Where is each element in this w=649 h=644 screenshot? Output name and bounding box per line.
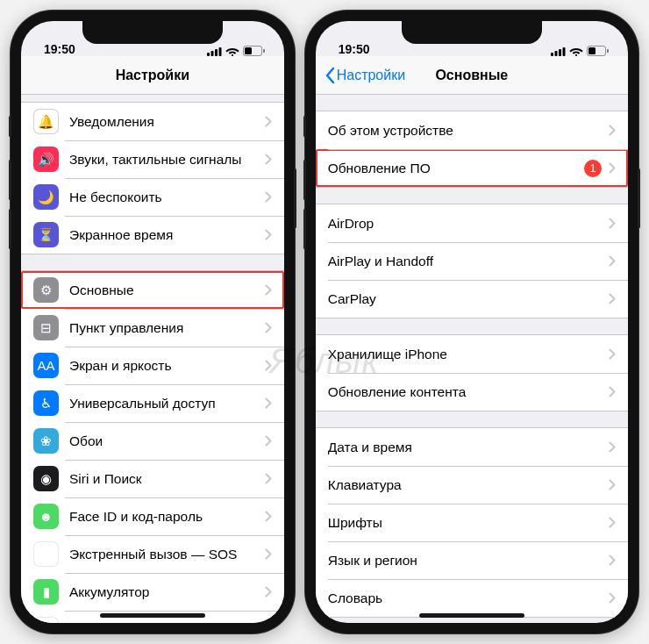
page-title: Настройки bbox=[116, 68, 189, 83]
battery-icon bbox=[587, 46, 609, 56]
back-button[interactable]: Настройки bbox=[321, 56, 409, 94]
chevron-right-icon bbox=[609, 293, 616, 304]
chevron-right-icon bbox=[265, 229, 272, 240]
row-label: Конфиденциальность bbox=[69, 622, 258, 624]
cellular-icon bbox=[551, 47, 566, 56]
chevron-right-icon bbox=[609, 555, 616, 566]
home-indicator[interactable] bbox=[419, 613, 524, 618]
row-screentime[interactable]: ⏳Экранное время bbox=[21, 216, 284, 254]
wifi-icon bbox=[569, 47, 583, 56]
wallpaper-icon: ❀ bbox=[33, 428, 59, 454]
row-label: Пункт управления bbox=[69, 320, 258, 336]
row-airplay[interactable]: AirPlay и Handoff bbox=[316, 242, 628, 280]
wifi-icon bbox=[225, 47, 239, 56]
row-label: Не беспокоить bbox=[69, 190, 258, 205]
back-label: Настройки bbox=[337, 68, 405, 83]
row-sos[interactable]: SOSЭкстренный вызов — SOS bbox=[21, 535, 284, 573]
row-label: Обновление ПО bbox=[328, 161, 579, 176]
chevron-right-icon bbox=[609, 125, 616, 136]
row-swupdate[interactable]: Обновление ПО1 bbox=[316, 149, 628, 187]
row-label: Основные bbox=[69, 283, 258, 298]
row-general[interactable]: ⚙Основные bbox=[21, 271, 284, 309]
row-label: Клавиатура bbox=[328, 477, 602, 493]
general-icon: ⚙ bbox=[33, 277, 59, 303]
row-label: Звуки, тактильные сигналы bbox=[69, 152, 258, 168]
row-storage[interactable]: Хранилище iPhone bbox=[316, 335, 628, 373]
svg-rect-8 bbox=[555, 51, 558, 56]
row-label: CarPlay bbox=[328, 291, 602, 307]
row-label: Шрифты bbox=[328, 515, 602, 531]
row-label: Уведомления bbox=[69, 114, 258, 130]
status-indicators bbox=[551, 46, 609, 56]
chevron-right-icon bbox=[609, 255, 616, 267]
status-time: 19:50 bbox=[339, 42, 370, 56]
accessibility-icon: ♿︎ bbox=[33, 390, 59, 416]
home-indicator[interactable] bbox=[100, 613, 205, 618]
svg-rect-2 bbox=[215, 49, 218, 56]
row-label: Обновление контента bbox=[328, 384, 602, 400]
row-label: Аккумулятор bbox=[69, 584, 258, 600]
notch bbox=[402, 21, 542, 44]
display-icon: AA bbox=[33, 353, 59, 378]
row-notifications[interactable]: 🔔Уведомления bbox=[21, 103, 284, 140]
screen-left: 19:50 Настройки 🔔Уведомления🔊Звуки, такт… bbox=[21, 21, 284, 623]
row-battery[interactable]: ▮Аккумулятор bbox=[21, 573, 284, 611]
chevron-right-icon bbox=[265, 435, 272, 447]
row-keyboard[interactable]: Клавиатура bbox=[316, 466, 628, 504]
navbar: Настройки Основные bbox=[316, 56, 628, 95]
chevron-left-icon bbox=[324, 67, 335, 84]
row-about[interactable]: Об этом устройстве bbox=[316, 111, 628, 149]
chevron-right-icon bbox=[265, 360, 272, 371]
navbar: Настройки bbox=[21, 56, 284, 95]
row-fonts[interactable]: Шрифты bbox=[316, 504, 628, 541]
notifications-icon: 🔔 bbox=[33, 109, 59, 134]
svg-rect-10 bbox=[563, 47, 566, 56]
chevron-right-icon bbox=[609, 517, 616, 528]
page-title: Основные bbox=[435, 68, 508, 83]
row-label: AirPlay и Handoff bbox=[328, 254, 602, 269]
siri-icon: ◉ bbox=[33, 466, 59, 491]
chevron-right-icon bbox=[265, 586, 272, 597]
row-sounds[interactable]: 🔊Звуки, тактильные сигналы bbox=[21, 140, 284, 178]
settings-list[interactable]: 🔔Уведомления🔊Звуки, тактильные сигналы🌙Н… bbox=[21, 95, 284, 623]
row-display[interactable]: AAЭкран и яркость bbox=[21, 347, 284, 384]
chevron-right-icon bbox=[609, 479, 616, 490]
controlcenter-icon: ⊟ bbox=[33, 315, 59, 340]
row-bgrefresh[interactable]: Обновление контента bbox=[316, 373, 628, 411]
svg-rect-9 bbox=[559, 49, 561, 56]
chevron-right-icon bbox=[265, 322, 272, 333]
chevron-right-icon bbox=[265, 191, 272, 203]
row-wallpaper[interactable]: ❀Обои bbox=[21, 422, 284, 460]
chevron-right-icon bbox=[265, 154, 272, 165]
row-controlcenter[interactable]: ⊟Пункт управления bbox=[21, 309, 284, 347]
chevron-right-icon bbox=[609, 441, 616, 453]
general-list[interactable]: Об этом устройствеОбновление ПО1AirDropA… bbox=[316, 95, 628, 623]
row-dnd[interactable]: 🌙Не беспокоить bbox=[21, 178, 284, 216]
row-label: Экстренный вызов — SOS bbox=[69, 547, 258, 562]
svg-rect-5 bbox=[245, 47, 252, 54]
row-siri[interactable]: ◉Siri и Поиск bbox=[21, 460, 284, 497]
status-indicators bbox=[207, 46, 265, 56]
row-accessibility[interactable]: ♿︎Универсальный доступ bbox=[21, 384, 284, 422]
row-label: Универсальный доступ bbox=[69, 396, 258, 411]
row-label: Дата и время bbox=[328, 440, 602, 455]
svg-rect-3 bbox=[218, 47, 221, 56]
svg-rect-13 bbox=[607, 49, 609, 53]
screen-right: 19:50 Настройки Основные Об этом устройс… bbox=[316, 21, 628, 623]
row-label: Face ID и код-пароль bbox=[69, 509, 258, 525]
sos-icon: SOS bbox=[33, 541, 59, 567]
row-datetime[interactable]: Дата и время bbox=[316, 428, 628, 466]
row-faceid[interactable]: ☻Face ID и код-пароль bbox=[21, 497, 284, 535]
row-dictionary[interactable]: Словарь bbox=[316, 579, 628, 617]
row-carplay[interactable]: CarPlay bbox=[316, 280, 628, 318]
chevron-right-icon bbox=[609, 592, 616, 604]
svg-rect-1 bbox=[210, 51, 213, 56]
battery-icon: ▮ bbox=[33, 579, 59, 605]
chevron-right-icon bbox=[609, 162, 616, 174]
row-airdrop[interactable]: AirDrop bbox=[316, 204, 628, 242]
screentime-icon: ⏳ bbox=[33, 222, 59, 247]
phone-right: 19:50 Настройки Основные Об этом устройс… bbox=[305, 11, 638, 633]
row-language[interactable]: Язык и регион bbox=[316, 541, 628, 579]
row-label: AirDrop bbox=[328, 216, 602, 232]
row-label: Экранное время bbox=[69, 227, 258, 243]
